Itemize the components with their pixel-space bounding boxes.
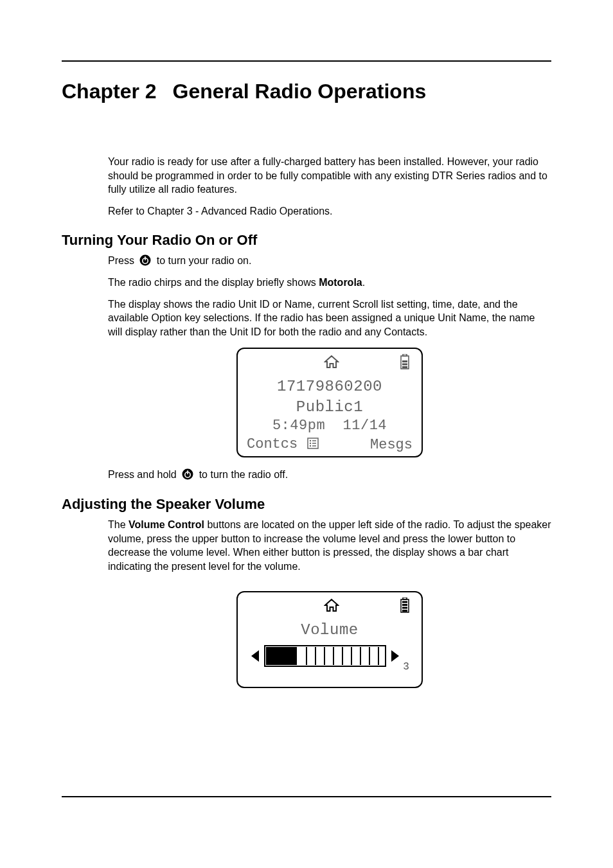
home-icon [324, 598, 339, 616]
screen-unit-id: 17179860200 [243, 376, 416, 396]
svg-marker-3 [325, 356, 338, 368]
svg-marker-38 [391, 650, 399, 662]
svg-rect-25 [402, 610, 407, 612]
battery-icon [400, 354, 410, 373]
press-suffix: to turn your radio on. [157, 255, 252, 266]
radio-screen-main: 17179860200 Public1 5:49pm 11/14 Contcs [236, 348, 423, 457]
motorola-bold: Motorola [319, 277, 362, 288]
chirps-suffix: . [362, 277, 365, 288]
hold-suffix: to turn the radio off. [199, 469, 288, 480]
chirps-prefix: The radio chirps and the display briefly… [108, 277, 319, 288]
hold-prefix: Press and hold [108, 469, 179, 480]
svg-point-14 [310, 445, 311, 447]
screen-left-label: Contcs [247, 436, 298, 452]
radio-screen-volume: Volume [236, 591, 423, 688]
triangle-right-icon [390, 649, 400, 666]
power-icon [182, 468, 193, 480]
screen-volume-label: Volume [243, 620, 416, 640]
svg-rect-7 [402, 364, 407, 366]
section-heading-volume: Adjusting the Speaker Volume [62, 496, 551, 513]
volume-level-number: 3 [403, 661, 409, 673]
svg-rect-2 [145, 257, 147, 261]
chapter-name: General Radio Operations [172, 80, 426, 103]
svg-marker-26 [251, 650, 259, 662]
svg-rect-6 [402, 360, 407, 362]
list-icon [307, 438, 319, 454]
screen-time: 5:49pm [272, 418, 325, 434]
press-off-line: Press and hold to turn the radio off. [108, 468, 551, 482]
bottom-divider [62, 796, 551, 797]
press-prefix: Press [108, 255, 137, 266]
triangle-left-icon [250, 649, 260, 666]
top-divider [62, 60, 551, 62]
section-heading-power: Turning Your Radio On or Off [62, 232, 551, 249]
svg-point-12 [310, 443, 311, 444]
svg-rect-18 [187, 471, 188, 475]
svg-rect-24 [402, 607, 407, 609]
screen-left-softkey: Contcs [247, 436, 319, 454]
svg-marker-19 [325, 599, 338, 611]
screen-datetime: 5:49pm 11/14 [243, 417, 416, 436]
screen-date: 11/14 [343, 418, 387, 434]
svg-rect-8 [402, 366, 407, 368]
screen-scroll: Public1 [243, 397, 416, 417]
svg-point-10 [310, 440, 311, 441]
chapter-title: Chapter 2 General Radio Operations [62, 80, 551, 103]
volume-bar [264, 645, 386, 670]
battery-icon [400, 598, 410, 616]
intro-paragraph-1: Your radio is ready for use after a full… [108, 155, 551, 197]
vol-para-a: The [108, 519, 129, 530]
svg-rect-22 [402, 601, 407, 603]
home-icon [324, 355, 339, 372]
screen-right-softkey: Mesgs [370, 437, 413, 453]
intro-paragraph-2: Refer to Chapter 3 - Advanced Radio Oper… [108, 204, 551, 218]
chirps-line: The radio chirps and the display briefly… [108, 276, 551, 290]
power-icon [139, 254, 151, 266]
chapter-number: Chapter 2 [62, 80, 157, 103]
volume-control-bold: Volume Control [129, 519, 204, 530]
volume-bar-row: 3 [243, 640, 416, 673]
volume-paragraph: The Volume Control buttons are located o… [108, 518, 551, 573]
svg-rect-28 [266, 647, 297, 665]
svg-rect-23 [402, 604, 407, 606]
press-on-line: Press to turn your radio on. [108, 254, 551, 268]
display-paragraph: The display shows the radio Unit ID or N… [108, 297, 551, 339]
